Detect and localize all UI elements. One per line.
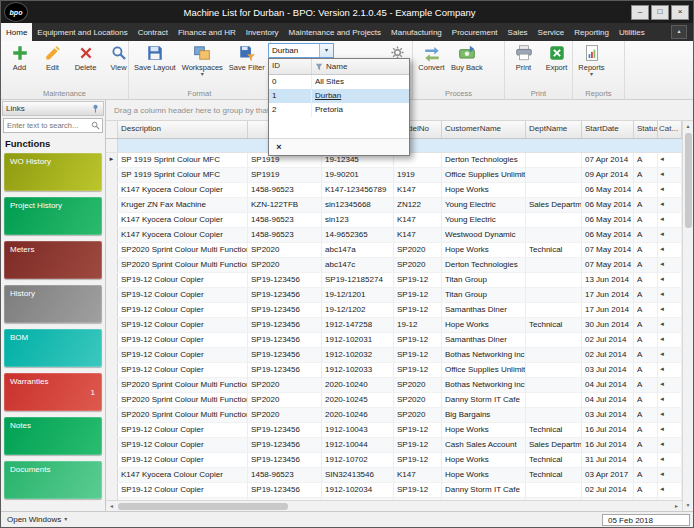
table-row[interactable]: SP2020 Sprint Colour Multi Functional Co… [106,408,682,423]
scroll-right-icon[interactable]: ► [671,501,682,512]
table-row[interactable]: SP19-12 Colour Copier SP19-123456 1912-1… [106,453,682,468]
function-button[interactable]: WO History [4,153,102,191]
column-header-startdate[interactable]: StartDate [582,121,634,138]
scroll-left-icon[interactable]: ◄ [106,501,117,512]
edit-button[interactable]: Edit [36,43,69,73]
popup-id-header[interactable]: ID [269,59,312,74]
vertical-scrollbar[interactable]: ▲ ▼ [682,121,693,511]
popup-name-header[interactable]: Name [312,59,409,74]
column-header-category[interactable]: Cat... [658,121,682,138]
column-header-status[interactable]: Status [634,121,658,138]
save-filter-button[interactable]: Save Filter [226,43,268,73]
column-header-deptname[interactable]: DeptName [526,121,582,138]
asset-cell: 1458-96523 [248,213,322,227]
workspaces-button[interactable]: Workspaces ▾ [179,43,226,78]
delete-button[interactable]: Delete [69,43,102,73]
table-row[interactable]: Kruger ZN Fax Machine KZN-122TFB sin1234… [106,198,682,213]
ribbon-filler [625,41,693,99]
asset-cell: SP19-123456 [248,423,322,437]
delete-icon [77,44,95,62]
category-cell-clipped: ◄ [658,423,682,437]
site-option[interactable]: 1 Durban [269,89,409,103]
reports-button[interactable]: Reports ▾ [575,43,608,78]
date-field[interactable]: 05 Feb 2018 [602,514,690,526]
horizontal-scroll-thumb[interactable] [118,503,288,510]
function-button[interactable]: Documents [4,461,102,499]
convert-button[interactable]: Convert [415,43,448,73]
function-button[interactable]: Project History [4,197,102,235]
column-header-customername[interactable]: CustomerName [442,121,526,138]
ribbon-tab[interactable]: Reporting [569,23,614,41]
asset-cell: SP2020 [248,408,322,422]
site-selector-combo[interactable]: Durban ▾ [268,43,334,58]
ribbon-tab[interactable]: Procurement [447,23,503,41]
ribbon-tab[interactable]: Equipment and Locations [32,23,132,41]
table-row[interactable]: SP19-12 Colour Copier SP19-123456 SP19-1… [106,273,682,288]
ribbon-tab[interactable]: Home [1,23,32,41]
table-row[interactable]: SP2020 Sprint Colour Multi Functional Co… [106,393,682,408]
function-button[interactable]: History [4,285,102,323]
function-button[interactable]: Notes [4,417,102,455]
export-button[interactable]: Export [540,43,573,73]
horizontal-scrollbar[interactable]: ◄ ► [106,500,682,511]
minimize-button[interactable]: – [631,5,649,20]
table-row[interactable]: K147 Kyocera Colour Copier 1458-96523 SI… [106,468,682,483]
startdate-cell: 02 Jul 2014 [582,333,634,347]
combo-dropdown-icon[interactable]: ▾ [319,44,333,57]
function-button[interactable]: BOM [4,329,102,367]
ribbon-tab[interactable]: Contract [133,23,173,41]
scroll-up-icon[interactable]: ▲ [683,121,694,132]
table-row[interactable]: K147 Kyocera Colour Copier 1458-96523 K1… [106,183,682,198]
clear-filter-icon[interactable]: × [271,141,287,154]
table-row[interactable]: SP2020 Sprint Colour Multi Functional Co… [106,243,682,258]
ribbon-tab[interactable]: Manufacturing [386,23,447,41]
maximize-button[interactable]: □ [651,5,669,20]
search-icon[interactable] [91,121,100,130]
table-row[interactable]: SP19-12 Colour Copier SP19-123456 1912-1… [106,363,682,378]
table-row[interactable]: SP2020 Sprint Colour Multi Functional Co… [106,378,682,393]
ribbon-tab[interactable]: Service [533,23,570,41]
export-excel-icon [548,44,566,62]
column-header [106,121,118,138]
function-button[interactable]: Warranties 1 [4,373,102,411]
links-panel-header[interactable]: Links [2,101,104,116]
search-input[interactable] [4,121,91,130]
table-row[interactable]: SP19-12 Colour Copier SP19-123456 1912-1… [106,423,682,438]
ribbon-tab[interactable]: Maintenance and Projects [284,23,387,41]
category-cell-clipped: ◄ [658,453,682,467]
close-button[interactable]: × [671,5,689,20]
site-option[interactable]: 0 All Sites [269,75,409,89]
modelno-cell: SP2020 [394,408,442,422]
table-row[interactable]: SP19-12 Colour Copier SP19-123456 1912-1… [106,318,682,333]
modelno-cell: SP2020 [394,243,442,257]
ribbon-collapse-icon[interactable]: ▴ [671,25,687,39]
table-row[interactable]: SP19-12 Colour Copier SP19-123456 1912-1… [106,333,682,348]
ribbon-tab[interactable]: Inventory [241,23,284,41]
function-button[interactable]: Meters [4,241,102,279]
table-row[interactable]: SP19-12 Colour Copier SP19-123456 1912-1… [106,438,682,453]
ribbon-tab[interactable]: Finance and HR [173,23,241,41]
customername-cell: Young Electric [442,213,526,227]
buy-back-button[interactable]: Buy Back [448,43,486,73]
table-row[interactable]: SP19-12 Colour Copier SP19-123456 1912-1… [106,348,682,363]
description-cell: SP19-12 Colour Copier [118,363,248,377]
pin-icon[interactable] [91,104,100,113]
scroll-down-icon[interactable]: ▼ [683,500,694,511]
table-row[interactable]: SP 1919 Sprint Colour MFC SP1919 19-9020… [106,168,682,183]
ribbon-tab[interactable]: Utilities [614,23,650,41]
open-windows-button[interactable]: Open Windows ▾ [4,515,70,524]
table-row[interactable]: K147 Kyocera Colour Copier 1458-96523 14… [106,228,682,243]
vertical-scroll-thumb[interactable] [685,133,692,228]
customername-cell: Hope Works [442,243,526,257]
ribbon-tab[interactable]: Sales [503,23,533,41]
table-row[interactable]: SP2020 Sprint Colour Multi Functional Co… [106,258,682,273]
table-row[interactable]: SP19-12 Colour Copier SP19-123456 1912-1… [106,483,682,498]
table-row[interactable]: SP19-12 Colour Copier SP19-123456 19-12/… [106,303,682,318]
add-button[interactable]: Add [3,43,36,73]
print-button[interactable]: Print [507,43,540,73]
table-row[interactable]: K147 Kyocera Colour Copier 1458-96523 si… [106,213,682,228]
column-header-description[interactable]: Description [118,121,248,138]
site-option[interactable]: 2 Pretoria [269,103,409,117]
table-row[interactable]: SP19-12 Colour Copier SP19-123456 19-12/… [106,288,682,303]
save-layout-button[interactable]: Save Layout [131,43,179,73]
